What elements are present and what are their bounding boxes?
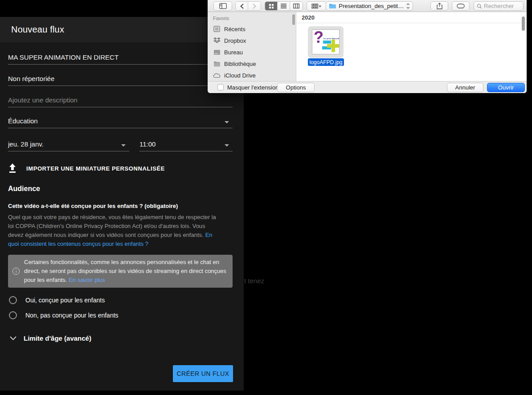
location-popup[interactable]: Presentation_des_petit_… <box>326 1 413 11</box>
age-limit-label: Limite d'âge (avancé) <box>24 334 91 342</box>
radio-no-label: Non, pas conçue pour les enfants <box>25 312 119 319</box>
finder-toolbar: Presentation_des_petit_… <box>208 0 527 12</box>
share-button[interactable] <box>430 1 448 11</box>
upload-thumbnail-button[interactable]: IMPORTER UNE MINIATURE PERSONNALISÉE <box>8 163 165 173</box>
time-select[interactable]: 11:00 <box>139 137 233 151</box>
column-view-button[interactable] <box>290 2 303 10</box>
description-placeholder: Ajoutez une description <box>8 96 78 104</box>
date-select[interactable]: jeu. 28 janv. <box>8 137 129 151</box>
coppa-text: Quel que soit votre pays de résidence, v… <box>8 214 216 238</box>
search-icon <box>477 4 482 9</box>
list-view-button[interactable] <box>278 2 290 10</box>
group-by-button[interactable] <box>307 1 326 11</box>
history-nav-group <box>235 1 261 11</box>
chevron-down-icon <box>225 144 229 147</box>
logo-plus-icon <box>327 44 340 48</box>
radio-yes-label: Oui, conçue pour les enfants <box>25 297 105 304</box>
location-label: Presentation_des_petit_… <box>339 3 404 9</box>
file-item-logo[interactable]: ? les petits débrouillards <box>308 26 344 58</box>
file-group-label: 2020 <box>302 14 315 21</box>
audience-section-title: Audience <box>8 185 40 193</box>
options-button[interactable]: Options <box>277 83 315 92</box>
coppa-paragraph: Quel que soit votre pays de résidence, v… <box>8 213 219 248</box>
folder-icon <box>213 60 221 68</box>
favorites-section-label: Favoris <box>213 16 229 21</box>
icon-view-button[interactable] <box>265 2 278 10</box>
upload-label: IMPORTER UNE MINIATURE PERSONNALISÉE <box>26 165 165 172</box>
back-button[interactable] <box>236 2 248 10</box>
stream-title-field[interactable]: MA SUPER ANIMATION EN DIRECT <box>8 50 233 65</box>
sidebar-item-icloud-drive[interactable]: iCloud Drive <box>212 70 293 81</box>
kids-notice-box: i Certaines fonctionnalités, comme les a… <box>8 255 233 288</box>
hide-extension-label: Masquer l'extension <box>227 84 278 91</box>
date-value: jeu. 28 janv. <box>8 140 44 148</box>
dialog-title: Nouveau flux <box>11 24 64 35</box>
hide-extension-checkbox[interactable] <box>217 84 224 90</box>
radio-made-for-kids-yes[interactable]: Oui, conçue pour les enfants <box>9 296 105 304</box>
learn-more-link[interactable]: En savoir plus <box>69 277 105 283</box>
finder-open-dialog: Presentation_des_petit_… Favoris Récents <box>208 0 527 93</box>
icloud-icon <box>213 72 221 79</box>
create-stream-button[interactable]: CRÉER UN FLUX <box>173 365 233 382</box>
sidebar-item-library[interactable]: Bibliothèque <box>212 58 293 69</box>
dropbox-icon <box>213 37 221 45</box>
search-input[interactable] <box>484 3 520 9</box>
chevron-down-icon <box>10 334 16 342</box>
finder-sidebar: Favoris Récents Dropbox Bureau Bibliothè… <box>208 12 296 81</box>
privacy-value: Non répertoriée <box>8 75 54 82</box>
upload-icon <box>8 163 17 173</box>
forward-button[interactable] <box>248 2 261 10</box>
logo-question-mark: ? <box>314 29 323 47</box>
finder-footer: Masquer l'extension Options Annuler Ouvr… <box>208 81 527 93</box>
tags-button[interactable] <box>452 1 470 11</box>
category-select[interactable]: Éducation <box>8 114 233 128</box>
description-field[interactable]: Ajoutez une description <box>8 93 233 107</box>
folder-icon <box>329 3 336 9</box>
logo-cyan-bar <box>323 41 331 44</box>
file-area-scrollbar[interactable] <box>522 16 525 31</box>
background-text: t tenez <box>244 277 264 285</box>
sidebar-item-recents[interactable]: Récents <box>212 24 293 34</box>
sidebar-item-dropbox[interactable]: Dropbox <box>212 35 293 46</box>
info-icon: i <box>12 268 24 275</box>
finder-file-area: 2020 ? les petits débrouillards logoAFPD… <box>296 12 527 81</box>
age-limit-expander[interactable]: Limite d'âge (avancé) <box>10 334 91 342</box>
desktop-icon <box>213 49 221 56</box>
notice-text: Certaines fonctionnalités, comme les ann… <box>24 258 226 285</box>
kids-question: Cette vidéo a-t-elle été conçue pour les… <box>8 203 178 209</box>
time-value: 11:00 <box>139 140 156 148</box>
cancel-button[interactable]: Annuler <box>447 83 483 92</box>
radio-made-for-kids-no[interactable]: Non, pas conçue pour les enfants <box>9 311 119 319</box>
updown-chevrons-icon <box>406 3 410 9</box>
file-name-selected[interactable]: logoAFPD.jpg <box>308 58 344 66</box>
chevron-down-icon <box>121 144 126 147</box>
radio-circle-icon[interactable] <box>9 311 17 319</box>
privacy-field[interactable]: Non répertoriée <box>8 72 233 86</box>
recents-icon <box>213 25 221 33</box>
sidebar-scrollbar[interactable] <box>292 14 295 25</box>
dialog-header: Nouveau flux <box>0 17 244 42</box>
new-stream-dialog: Nouveau flux MA SUPER ANIMATION EN DIREC… <box>0 17 244 391</box>
sidebar-item-desktop[interactable]: Bureau <box>212 47 293 57</box>
file-group-header: 2020 <box>296 12 527 23</box>
chevron-down-icon <box>225 121 229 123</box>
category-value: Éducation <box>8 117 38 125</box>
radio-circle-icon[interactable] <box>9 296 17 304</box>
stream-title-value: MA SUPER ANIMATION EN DIRECT <box>8 53 119 61</box>
search-field[interactable] <box>474 1 524 11</box>
view-mode-segmented-control <box>265 1 303 11</box>
file-thumbnail[interactable]: ? les petits débrouillards <box>312 29 340 54</box>
open-button[interactable]: Ouvrir <box>487 83 525 92</box>
sidebar-toggle-button[interactable] <box>213 1 232 11</box>
